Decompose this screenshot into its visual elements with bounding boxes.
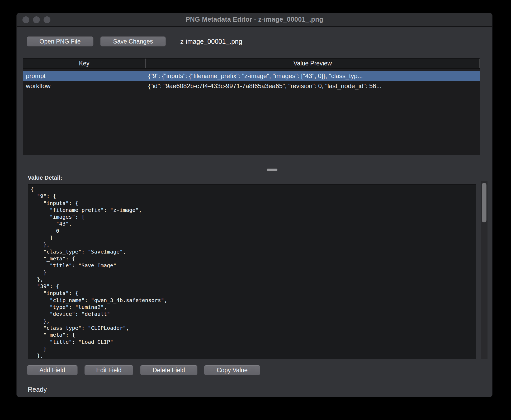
close-button[interactable]	[22, 16, 29, 23]
value-detail-content: { "9": { "inputs": { "filename_prefix": …	[31, 186, 476, 359]
app-window: PNG Metadata Editor - z-image_00001_.png…	[16, 13, 493, 397]
row-key: workflow	[26, 82, 145, 90]
header-row-gap	[23, 69, 480, 71]
current-filename: z-image_00001_.png	[180, 38, 242, 45]
window-title: PNG Metadata Editor - z-image_00001_.png	[186, 16, 323, 23]
detail-scrollbar-thumb[interactable]	[482, 183, 486, 222]
metadata-table: Key Value Preview prompt {"9": {"inputs"…	[23, 58, 480, 155]
table-header: Key Value Preview	[23, 59, 480, 69]
detail-scrollbar-track[interactable]	[481, 181, 488, 359]
column-header-key[interactable]: Key	[23, 59, 146, 68]
status-message: Ready	[28, 386, 47, 393]
title-bar[interactable]: PNG Metadata Editor - z-image_00001_.png	[17, 13, 492, 27]
value-detail-label: Value Detail:	[28, 174, 62, 181]
column-header-value-preview[interactable]: Value Preview	[146, 59, 480, 68]
row-value-preview: {"9": {"inputs": {"filename_prefix": "z-…	[148, 72, 480, 80]
zoom-button[interactable]	[44, 16, 50, 23]
table-row-prompt[interactable]: prompt {"9": {"inputs": {"filename_prefi…	[23, 71, 480, 81]
delete-field-button[interactable]: Delete Field	[140, 365, 197, 375]
open-png-file-button[interactable]: Open PNG File	[27, 36, 93, 46]
edit-field-button[interactable]: Edit Field	[84, 365, 133, 375]
minimize-button[interactable]	[33, 16, 40, 23]
row-key: prompt	[26, 72, 145, 80]
value-detail-textarea[interactable]: { "9": { "inputs": { "filename_prefix": …	[28, 184, 476, 359]
splitter-handle[interactable]	[267, 169, 277, 171]
save-changes-button[interactable]: Save Changes	[100, 36, 166, 46]
table-row-workflow[interactable]: workflow {"id": "9ae6082b-c7f4-433c-9971…	[23, 81, 480, 91]
add-field-button[interactable]: Add Field	[27, 365, 78, 375]
window-controls	[22, 13, 50, 27]
copy-value-button[interactable]: Copy Value	[204, 365, 260, 375]
row-value-preview: {"id": "9ae6082b-c7f4-433c-9971-7a8f65a3…	[148, 82, 480, 90]
